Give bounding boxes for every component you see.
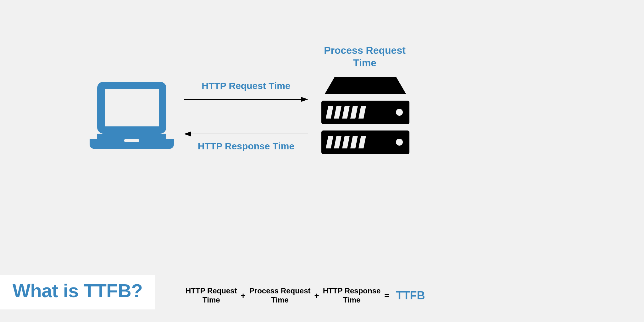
svg-marker-8	[184, 131, 191, 136]
svg-marker-6	[301, 97, 308, 102]
svg-rect-1	[105, 89, 159, 126]
svg-point-16	[396, 109, 403, 116]
http-request-label: HTTP Request Time	[184, 80, 308, 91]
svg-rect-4	[124, 139, 139, 142]
equals-sign: =	[384, 291, 389, 301]
equation-term-3: HTTP Response Time	[323, 286, 381, 305]
svg-marker-9	[325, 77, 406, 94]
server-icon	[321, 77, 409, 158]
equation-term-2: Process Request Time	[249, 286, 311, 305]
equation-result: TTFB	[396, 289, 425, 302]
process-request-label: Process Request Time	[314, 44, 415, 69]
page-title: What is TTFB?	[13, 280, 142, 301]
arrow-left-icon	[184, 130, 308, 138]
http-response-label: HTTP Response Time	[184, 141, 308, 152]
plus-sign-1: +	[241, 291, 246, 301]
arrow-right-icon	[184, 95, 308, 103]
plus-sign-2: +	[314, 291, 319, 301]
diagram-canvas: HTTP Request Time HTTP Response Time Pro…	[0, 0, 644, 322]
svg-point-23	[396, 139, 403, 146]
laptop-icon	[90, 82, 174, 152]
equation-term-1: HTTP Request Time	[186, 286, 237, 305]
ttfb-equation: HTTP Request Time + Process Request Time…	[186, 286, 425, 305]
title-box: What is TTFB?	[0, 275, 155, 309]
